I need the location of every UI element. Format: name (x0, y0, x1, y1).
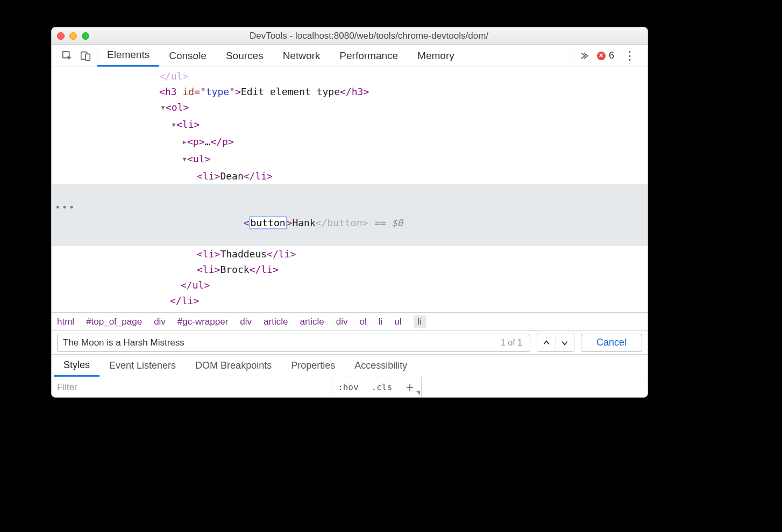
styles-filter-bar: :hov .cls (52, 377, 648, 397)
subtab-event-listeners[interactable]: Event Listeners (99, 355, 186, 377)
find-cancel-button[interactable]: Cancel (581, 334, 642, 352)
breadcrumb-item[interactable]: div (336, 317, 348, 327)
tab-memory[interactable]: Memory (408, 45, 464, 67)
breadcrumb-item[interactable]: article (300, 317, 324, 327)
titlebar: DevTools - localhost:8080/web/tools/chro… (52, 27, 648, 45)
breadcrumb-item[interactable]: div (240, 317, 252, 327)
minimize-window-button[interactable] (69, 32, 77, 40)
dom-line-li-item[interactable]: <li>Dean</li> (52, 168, 648, 184)
tab-performance[interactable]: Performance (330, 45, 408, 67)
breadcrumb-item-current[interactable]: li (414, 315, 426, 328)
find-next-button[interactable] (556, 334, 574, 351)
top-tabs: Elements Console Sources Network Perform… (97, 45, 464, 67)
breadcrumb-item[interactable]: ul (394, 317, 401, 327)
breadcrumb-item[interactable]: ol (360, 317, 367, 327)
dom-line[interactable]: </ul> (52, 68, 648, 84)
dom-line-ul-close[interactable]: </ul> (52, 277, 648, 293)
svg-rect-2 (86, 54, 90, 60)
dom-line-li-open[interactable]: <li> (52, 117, 648, 134)
tab-sources[interactable]: Sources (216, 45, 273, 67)
cls-toggle[interactable]: .cls (365, 377, 399, 397)
kebab-menu-icon[interactable]: ⋮ (622, 49, 638, 63)
dom-line-li-close[interactable]: </li> (52, 293, 648, 308)
styles-tabs: Styles Event Listeners DOM Breakpoints P… (52, 354, 648, 377)
find-counter: 1 of 1 (497, 338, 525, 348)
dom-line-p[interactable]: <p>…</p> (52, 134, 648, 151)
dom-line-li-collapsed[interactable]: <li>…</li> (52, 308, 648, 312)
zoom-window-button[interactable] (82, 32, 89, 40)
dom-line-selected[interactable]: ••• <button>Hank</button> == $0 (52, 184, 648, 246)
error-count: 6 (609, 50, 614, 61)
breadcrumb-item[interactable]: div (154, 317, 166, 327)
hov-toggle[interactable]: :hov (331, 377, 365, 397)
close-window-button[interactable] (57, 32, 65, 40)
tab-elements[interactable]: Elements (97, 45, 159, 67)
tab-console[interactable]: Console (159, 45, 216, 67)
subtab-accessibility[interactable]: Accessibility (345, 355, 417, 377)
new-style-rule-button[interactable] (399, 377, 421, 397)
find-stepper (537, 334, 574, 352)
find-box: 1 of 1 (57, 334, 530, 352)
breadcrumb-item[interactable]: #gc-wrapper (177, 317, 229, 327)
traffic-lights (57, 32, 89, 40)
subtab-dom-breakpoints[interactable]: DOM Breakpoints (186, 355, 281, 377)
find-input[interactable] (62, 337, 497, 349)
toolbar-right: ✕ 6 ⋮ (573, 45, 643, 67)
find-prev-button[interactable] (537, 334, 556, 351)
devtools-window: DevTools - localhost:8080/web/tools/chro… (51, 27, 648, 398)
ellipsis-icon[interactable]: ••• (55, 199, 76, 215)
dom-line-ol-open[interactable]: <ol> (52, 99, 648, 117)
error-count-badge[interactable]: ✕ 6 (597, 50, 614, 61)
more-tabs-icon[interactable] (579, 51, 589, 61)
styles-filter-input[interactable] (52, 377, 331, 397)
top-toolbar: Elements Console Sources Network Perform… (52, 45, 648, 67)
error-icon: ✕ (597, 52, 606, 60)
window-title: DevTools - localhost:8080/web/tools/chro… (96, 31, 642, 41)
dom-tree-pane[interactable]: </ul> <h3 id="type">Edit element type</h… (52, 67, 648, 312)
dom-line-li-item[interactable]: <li>Thaddeus</li> (52, 246, 648, 262)
inspect-element-icon[interactable] (61, 50, 73, 62)
toolbar-left-icons (56, 45, 97, 67)
breadcrumb-item[interactable]: #top_of_page (86, 317, 142, 327)
breadcrumb-item[interactable]: article (264, 317, 288, 327)
subtab-properties[interactable]: Properties (281, 355, 345, 377)
find-bar: 1 of 1 Cancel (52, 330, 648, 354)
styles-right-pane-sliver (421, 377, 648, 397)
device-toolbar-icon[interactable] (80, 50, 91, 62)
dom-line-h3[interactable]: <h3 id="type">Edit element type</h3> (52, 84, 648, 99)
tag-name-edit-field[interactable]: button (250, 217, 287, 229)
tab-network[interactable]: Network (273, 45, 330, 67)
breadcrumb-item[interactable]: html (57, 317, 74, 327)
dom-tree: </ul> <h3 id="type">Edit element type</h… (52, 67, 648, 312)
dom-line-li-item[interactable]: <li>Brock</li> (52, 262, 648, 277)
breadcrumb-bar: html #top_of_page div #gc-wrapper div ar… (52, 312, 648, 330)
dom-line-ul-open[interactable]: <ul> (52, 151, 648, 168)
selected-node-marker: == $0 (368, 217, 403, 228)
breadcrumb-item[interactable]: li (379, 317, 383, 327)
subtab-styles[interactable]: Styles (54, 355, 99, 377)
